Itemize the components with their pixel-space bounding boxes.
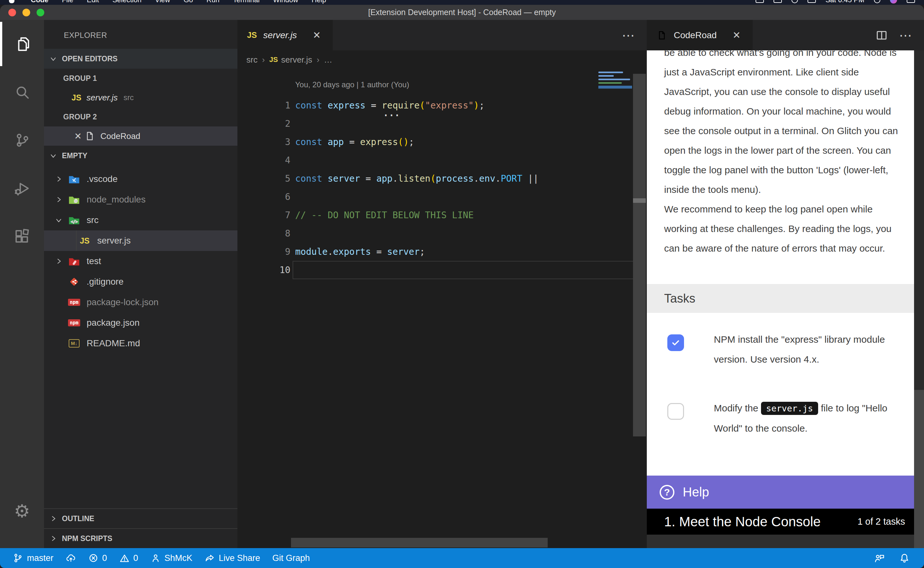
tree-item-.gitignore[interactable]: .gitignore xyxy=(44,272,237,292)
menu-extra-icon[interactable] xyxy=(773,0,782,3)
tree-item-server.js[interactable]: JSserver.js xyxy=(44,230,237,251)
editor-more-actions-icon[interactable]: ⋯ xyxy=(899,28,912,43)
tree-item-README.md[interactable]: M↓README.md xyxy=(44,333,237,353)
editor-horizontal-scrollbar[interactable] xyxy=(291,538,548,547)
menu-item[interactable]: Edit xyxy=(80,0,106,4)
tree-item-.vscode[interactable]: .vscode xyxy=(44,169,237,189)
settings-gear-button[interactable]: ⚙ xyxy=(0,487,44,535)
menu-item[interactable]: Terminal xyxy=(226,0,266,4)
activity-extensions-button[interactable] xyxy=(0,213,44,261)
activity-files-button[interactable] xyxy=(0,20,44,68)
breadcrumb-symbol[interactable]: … xyxy=(324,55,332,65)
npm-scripts-section-header[interactable]: NPM SCRIPTS xyxy=(44,528,237,548)
code-line-3[interactable]: 3const app = express(); xyxy=(237,133,647,151)
menu-clock[interactable]: Sat 6:45 PM xyxy=(826,0,864,4)
code-line-1[interactable]: 1const express = require("express"); xyxy=(237,96,647,115)
coderoad-panel: CodeRoad ✕ ⋯ be able to check what's goi… xyxy=(647,20,924,548)
code-line-7[interactable]: 7// -- DO NOT EDIT BELOW THIS LINE xyxy=(237,206,647,224)
line-number: 6 xyxy=(237,188,290,206)
apple-icon[interactable] xyxy=(9,0,14,3)
tab-coderoad[interactable]: CodeRoad ✕ xyxy=(647,20,753,50)
panel-bottom-strip xyxy=(647,535,914,548)
statusbar-master[interactable]: master xyxy=(13,553,54,563)
error-circle-icon xyxy=(88,553,98,563)
editor-more-actions-icon[interactable]: ⋯ xyxy=(622,28,635,43)
tree-item-test[interactable]: test xyxy=(44,251,237,272)
npm-icon: npm xyxy=(68,299,80,306)
task-progress: 1 of 2 tasks xyxy=(858,516,905,527)
code-line-8[interactable]: 8 xyxy=(237,224,647,243)
open-editor-item[interactable]: JSserver.jssrc xyxy=(44,88,237,107)
menu-item[interactable]: File xyxy=(55,0,80,4)
menu-item[interactable]: View xyxy=(148,0,177,4)
breadcrumb-folder[interactable]: src xyxy=(246,55,258,65)
menu-item[interactable]: Code xyxy=(24,0,55,4)
vscode-folder-icon xyxy=(68,173,80,186)
split-editor-icon[interactable] xyxy=(875,29,888,42)
activity-source-control-button[interactable] xyxy=(0,116,44,164)
statusbar-bell-icon[interactable] xyxy=(899,553,910,563)
close-tab-icon[interactable]: ✕ xyxy=(730,30,743,41)
code-line-2[interactable]: 2 xyxy=(237,115,647,133)
code-line-6[interactable]: 6 xyxy=(237,188,647,206)
statusbar-0[interactable]: 0 xyxy=(119,553,138,563)
task-item: NPM install the "express" library module… xyxy=(647,329,914,369)
tree-item-src[interactable]: </>src xyxy=(44,210,237,230)
code-line-5[interactable]: 5const server = app.listen(process.env.P… xyxy=(237,169,647,188)
menu-item[interactable]: Go xyxy=(177,0,200,4)
code-line-4[interactable]: 4 xyxy=(237,151,647,169)
tree-item-package-lock.json[interactable]: npmpackage-lock.json xyxy=(44,292,237,313)
menu-item[interactable]: Help xyxy=(305,0,333,4)
breadcrumb[interactable]: src › JS server.js › … xyxy=(237,50,647,69)
menu-item[interactable]: Selection xyxy=(106,0,148,4)
help-button[interactable]: Help xyxy=(647,476,914,509)
file-tree: .vscodejsnode_modules</>srcJSserver.jste… xyxy=(44,166,237,353)
tree-item-package.json[interactable]: npmpackage.json xyxy=(44,313,237,333)
svg-text:</>: </> xyxy=(71,219,78,224)
scrollbar-thumb[interactable] xyxy=(633,198,646,203)
scrollbar-thumb[interactable] xyxy=(914,50,924,390)
control-center-icon[interactable] xyxy=(907,0,915,3)
code-line-9[interactable]: 9module.exports = server; xyxy=(237,243,647,261)
test-folder-icon xyxy=(68,255,80,267)
coderoad-scrollbar[interactable] xyxy=(914,50,924,548)
statusbar-0[interactable]: 0 xyxy=(88,553,107,563)
activity-search-button[interactable] xyxy=(0,68,44,116)
statusbar-git-graph[interactable]: Git Graph xyxy=(272,553,310,563)
close-editor-icon[interactable]: ✕ xyxy=(72,131,84,142)
chev-down-icon xyxy=(54,216,63,224)
statusbar-shmck[interactable]: ShMcK xyxy=(151,553,193,563)
line-number: 4 xyxy=(237,151,290,169)
task-checkbox-checked[interactable] xyxy=(667,334,684,351)
minimap[interactable] xyxy=(598,71,632,110)
siri-icon[interactable] xyxy=(890,0,897,3)
help-icon xyxy=(660,485,674,500)
spotlight-search-icon[interactable] xyxy=(874,0,880,3)
open-editor-item[interactable]: ✕CodeRoad xyxy=(44,127,237,146)
breadcrumb-file[interactable]: server.js xyxy=(281,55,312,65)
menu-item[interactable]: Run xyxy=(200,0,226,4)
doc-icon xyxy=(84,131,95,142)
menu-extra-icon[interactable] xyxy=(755,0,764,3)
js-file-icon: JS xyxy=(269,56,278,64)
tab-server-js[interactable]: JS server.js ✕ xyxy=(237,20,333,50)
window-title: [Extension Development Host] - CodeRoad … xyxy=(0,5,924,20)
outline-section-header[interactable]: OUTLINE xyxy=(44,508,237,528)
activity-run-debug-button[interactable] xyxy=(0,164,44,213)
open-editors-header[interactable]: OPEN EDITORS xyxy=(44,49,237,69)
menu-extra-icon[interactable] xyxy=(808,0,816,3)
codelens-annotation[interactable]: You, 20 days ago | 1 author (You) xyxy=(295,80,409,89)
editor-vertical-scrollbar[interactable] xyxy=(633,74,646,437)
file-icon xyxy=(656,30,667,41)
close-tab-icon[interactable]: ✕ xyxy=(310,30,323,41)
code-area[interactable]: 1const express = require("express");23co… xyxy=(237,96,647,279)
statusbar-cloud-upload[interactable] xyxy=(66,553,76,563)
tree-item-node_modules[interactable]: jsnode_modules xyxy=(44,189,237,210)
menu-item[interactable]: Window xyxy=(266,0,305,4)
task-checkbox-unchecked[interactable] xyxy=(667,403,684,420)
lesson-footer[interactable]: 1. Meet the Node Console 1 of 2 tasks xyxy=(647,509,914,535)
statusbar-live-share[interactable]: Live Share xyxy=(205,553,260,563)
folder-section-header[interactable]: EMPTY xyxy=(44,146,237,166)
statusbar-feedback-icon[interactable] xyxy=(874,553,885,563)
menu-extra-icon[interactable] xyxy=(791,0,798,3)
